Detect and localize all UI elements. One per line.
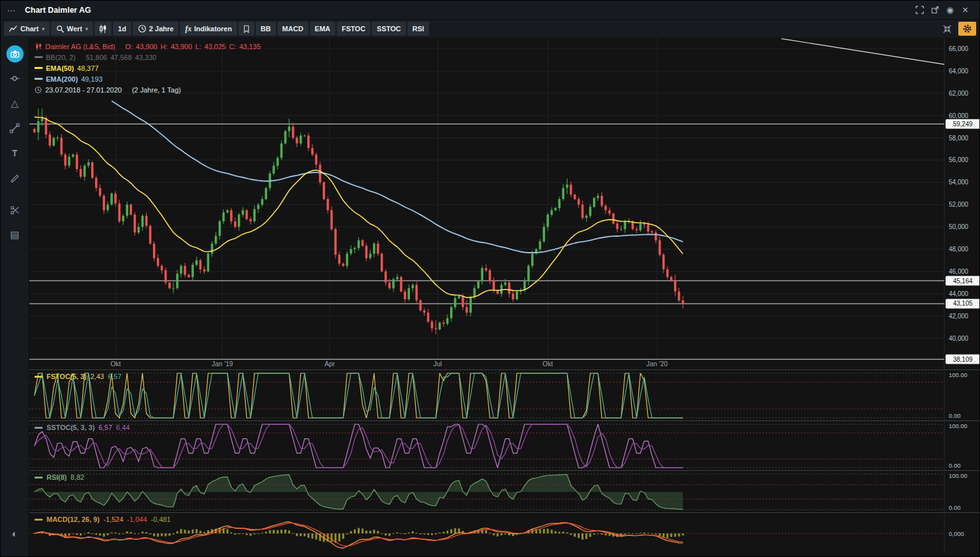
cut-tool-button[interactable] [6, 201, 24, 219]
fstoc-value-k: 2,43 [91, 373, 104, 380]
fstoc-canvas[interactable] [29, 371, 980, 420]
chart-type-button[interactable]: Chart ▾ [4, 22, 50, 36]
legend-ema50[interactable]: EMA(50) 48,377 [34, 63, 261, 73]
ema200-value: 49,193 [81, 75, 103, 83]
compress-button[interactable] [939, 22, 956, 36]
bb-label: BB(20, 2) [46, 54, 75, 61]
svg-text:45,164: 45,164 [953, 278, 973, 285]
candles-icon [34, 43, 42, 50]
svg-text:Jan '20: Jan '20 [647, 360, 668, 368]
close-value: 43,135 [239, 43, 261, 50]
indicators-button[interactable]: fx Indikatoren [180, 22, 237, 36]
sstoc-canvas[interactable] [29, 422, 980, 470]
panel-sstoc[interactable]: SSTOC(5, 3, 3) 6,57 6,44 100.00 0.00 [29, 420, 980, 470]
text-tool-button[interactable]: T [6, 144, 24, 162]
fstoc-axis-bottom: 0.00 [949, 412, 961, 419]
candles [33, 108, 684, 334]
panel-macd[interactable]: MACD(12, 26, 9) -1,524 -1,044 -0,481 0,0… [29, 512, 980, 553]
ema-button[interactable]: EMA [310, 22, 335, 36]
legend-bollinger[interactable]: BB(20, 2) 51,806 47,568 43,330 [34, 52, 261, 63]
settings-button[interactable] [958, 22, 976, 36]
drawing-sidebar: △ T ▤ ◐ [1, 38, 29, 556]
svg-text:Jan '19: Jan '19 [212, 360, 233, 368]
triangle-icon: △ [11, 98, 18, 109]
toolbar: Chart ▾ Wert ▾ 1d 2 Jahre fx Indikatoren… [1, 20, 979, 38]
close-icon[interactable]: × [958, 3, 973, 17]
low-value: 43,025 [205, 43, 226, 50]
contrast-button[interactable]: ◐ [6, 525, 24, 543]
camera-button[interactable] [6, 45, 24, 63]
svg-text:38,109: 38,109 [953, 356, 973, 363]
legend-instrument[interactable]: Daimler AG (L&S, Bid) O: 43,900 H: 43,90… [34, 41, 261, 52]
close-label: C: [229, 43, 236, 50]
macd-legend[interactable]: MACD(12, 26, 9) -1,524 -1,044 -0,481 [34, 516, 171, 523]
rsi-button[interactable]: RSI [407, 22, 429, 36]
open-label: O: [125, 43, 133, 50]
gear-icon [962, 24, 972, 34]
sstoc-axis-bottom: 0.00 [949, 462, 961, 469]
high-value: 43,900 [171, 43, 193, 50]
shape-tool-button[interactable]: △ [6, 94, 24, 112]
fullscreen-icon[interactable] [912, 3, 927, 17]
fstoc-dash-icon [34, 376, 43, 378]
interval-button[interactable]: 1d [113, 22, 131, 36]
trendline[interactable] [782, 39, 944, 64]
search-icon [56, 25, 64, 33]
fstoc-button[interactable]: FSTOC [337, 22, 370, 36]
fstoc-legend[interactable]: FSTOC(5, 3) 2,43 6,57 [34, 373, 122, 380]
wert-label: Wert [67, 25, 82, 33]
svg-text:Apr: Apr [325, 360, 335, 368]
high-label: H: [161, 43, 168, 50]
sstoc-label: SSTOC(5, 3, 3) [47, 424, 95, 431]
scissors-icon [10, 205, 20, 215]
legend-ema200[interactable]: EMA(200) 49,193 [34, 73, 261, 84]
ema50-dash-icon [34, 67, 43, 69]
date-range-text: 23.07.2018 - 27.01.2020 [45, 86, 122, 94]
range-button[interactable]: 2 Jahre [133, 22, 179, 36]
fstoc-value-d: 6,57 [108, 373, 121, 380]
sstoc-button[interactable]: SSTOC [372, 22, 406, 36]
wert-button[interactable]: Wert ▾ [51, 22, 93, 36]
popout-icon[interactable] [927, 3, 942, 17]
record-icon[interactable]: ◉ [942, 3, 958, 17]
rsi-legend[interactable]: RSI(8) 8,82 [34, 473, 84, 481]
price-badges: 59,24945,16443,10538,109 [946, 119, 980, 364]
svg-text:56,000: 56,000 [949, 156, 969, 163]
svg-text:42,000: 42,000 [949, 313, 969, 320]
rsi-label: RSI(8) [47, 473, 67, 481]
candle-style-button[interactable] [94, 22, 112, 36]
layout-tool-button[interactable]: ▤ [6, 226, 24, 244]
svg-text:64,000: 64,000 [949, 68, 969, 75]
macd-label: MACD(12, 26, 9) [47, 516, 99, 523]
x-axis-labels[interactable]: OktJan '19AprJulOktJan '20 [110, 360, 668, 368]
svg-text:Okt: Okt [110, 360, 121, 368]
panel-rsi[interactable]: RSI(8) 8,82 100.00 0.00 [29, 470, 980, 512]
svg-text:66,000: 66,000 [949, 45, 969, 52]
bb-lower: 43,330 [135, 54, 157, 61]
rsi-canvas[interactable] [29, 472, 980, 512]
candlestick-icon [98, 24, 108, 34]
draw-tool-button[interactable] [6, 169, 24, 187]
window-title: Chart Daimler AG [25, 6, 91, 15]
rsi-value: 8,82 [71, 473, 84, 481]
trendline-tool-button[interactable] [6, 119, 24, 137]
sstoc-legend[interactable]: SSTOC(5, 3, 3) 6,57 6,44 [34, 424, 129, 431]
fstoc-label: FSTOC(5, 3) [47, 373, 87, 380]
svg-text:50,000: 50,000 [949, 223, 969, 230]
measure-tool-button[interactable] [6, 70, 24, 87]
macd-canvas[interactable] [29, 514, 980, 553]
level-lines[interactable] [29, 124, 944, 359]
caret-down-icon: ▾ [42, 26, 45, 32]
macd-button[interactable]: MACD [277, 22, 309, 36]
ema200-dash-icon [34, 78, 43, 80]
chart-window: ⋯ Chart Daimler AG ◉ × Chart ▾ Wert ▾ 1d [0, 0, 980, 557]
alert-flag-button[interactable] [238, 22, 254, 36]
svg-text:40,000: 40,000 [949, 335, 969, 342]
bb-button[interactable]: BB [256, 22, 276, 36]
text-icon: T [12, 148, 18, 158]
toolbar-right [939, 22, 976, 36]
panel-fstoc[interactable]: FSTOC(5, 3) 2,43 6,57 100.00 0.00 [29, 369, 980, 420]
chart-area: 66,00064,00062,00060,00058,00056,00054,0… [29, 38, 979, 556]
y-axis-labels[interactable]: 66,00064,00062,00060,00058,00056,00054,0… [949, 45, 969, 342]
menu-dots-icon[interactable]: ⋯ [7, 5, 17, 15]
